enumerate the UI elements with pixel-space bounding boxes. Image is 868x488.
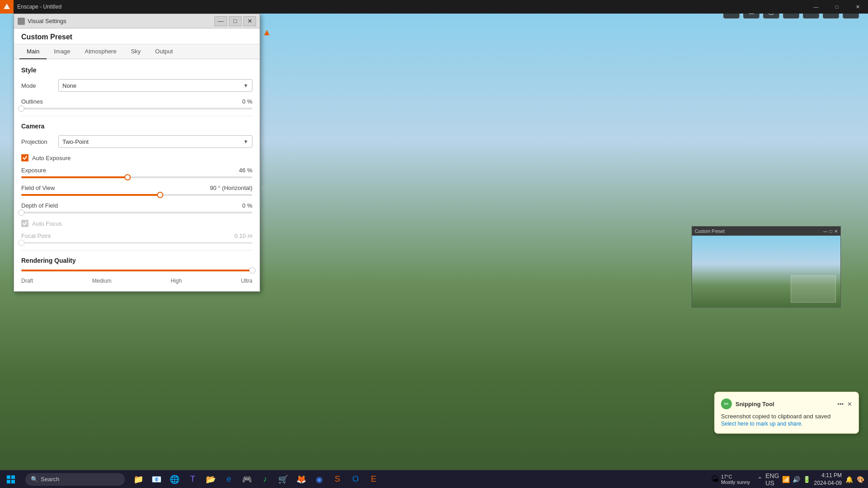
fov-value: 90 ° (Horizontal) [210,185,252,191]
tab-atmosphere[interactable]: Atmosphere [77,44,123,59]
start-button[interactable] [0,470,22,488]
panel-minimize[interactable]: — [214,16,227,26]
taskbar-app-chrome[interactable]: ◉ [311,471,327,488]
taskbar-app-sketchup[interactable]: S [329,471,346,488]
taskbar-app-store[interactable]: 🛒 [275,471,291,488]
battery-icon[interactable]: 🔋 [803,476,811,483]
projection-label: Projection [21,138,53,145]
tray-expand[interactable]: ⌃ [757,476,763,483]
mode-field: Mode None ▼ [21,79,252,92]
quality-medium: Medium [92,278,112,284]
auto-focus-label: Auto Focus [32,220,62,227]
search-label: Search [41,476,59,483]
outlines-label: Outlines [21,98,225,105]
style-section: Style Mode None ▼ Outlines 0 % [21,66,252,109]
svg-rect-0 [7,475,10,479]
mini-preview-title: Custom Preset [695,229,725,234]
weather-info: 17°C Mostly sunny [721,474,750,485]
maximize-button[interactable]: □ [826,0,847,14]
taskbar-app-teams[interactable]: T [185,471,201,488]
auto-exposure-checkbox[interactable] [21,154,28,161]
taskbar-app-firefox[interactable]: 🦊 [293,471,309,488]
tab-image[interactable]: Image [47,44,77,59]
window-title: Enscape - Untitled [14,4,62,10]
mini-minimize[interactable]: — [823,229,828,234]
exposure-slider[interactable] [21,176,252,178]
volume-icon[interactable]: 🔊 [792,476,800,483]
mini-preview-window[interactable]: Custom Preset — □ ✕ [692,226,841,308]
close-button[interactable]: ✕ [847,0,868,14]
notification-icon[interactable]: 🔔 [845,476,853,483]
projection-field: Projection Two-Point ▼ [21,135,252,148]
lang-icon: ENGUS [765,472,779,487]
quality-title: Rendering Quality [21,257,252,264]
notif-message: Screenshot copied to clipboard and saved [721,413,852,420]
time-display[interactable]: 4:11 PM 2024-04-09 [814,472,842,487]
mini-close[interactable]: ✕ [834,229,838,234]
quality-labels: Draft Medium High Ultra [21,278,252,284]
auto-focus-row: Auto Focus [21,220,252,227]
taskbar-app-outlook[interactable]: O [347,471,364,488]
panel-maximize[interactable]: □ [229,16,242,26]
panel-content: Custom Preset Main Image Atmosphere Sky … [14,28,260,291]
tab-sky[interactable]: Sky [123,44,148,59]
taskbar: 🔍 Search 📁 📧 🌐 T 📂 e 🎮 ♪ 🛒 🦊 ◉ S O E 🌤 1… [0,470,868,488]
quality-ultra: Ultra [241,278,252,284]
snipping-notification: ✂ Snipping Tool ••• ✕ Screenshot copied … [714,392,859,434]
svg-rect-2 [7,480,10,483]
projection-value: Two-Point [62,138,89,145]
preset-label: Custom Preset [14,28,260,44]
dof-value: 0 % [225,202,252,209]
collapse-arrow[interactable]: ▲ [262,27,271,38]
taskbar-app-edge[interactable]: e [221,471,237,488]
taskbar-app-spotify[interactable]: ♪ [257,471,273,488]
quality-slider[interactable] [21,270,252,271]
notif-controls: ••• ✕ [837,401,852,407]
title-bar: Enscape - Untitled — □ ✕ [0,0,868,14]
dof-field-row: Depth of Field 0 % [21,202,252,209]
weather-icon: 🌤 [711,474,719,484]
taskbar-app-game[interactable]: 🎮 [239,471,255,488]
mode-dropdown[interactable]: None ▼ [58,79,252,92]
tab-output[interactable]: Output [148,44,180,59]
app-icon [0,0,14,14]
date: 2024-04-09 [814,479,842,487]
time: 4:11 PM [814,472,842,479]
tab-main[interactable]: Main [19,44,47,59]
window-controls: — □ ✕ [806,0,868,14]
notif-menu[interactable]: ••• [837,401,844,407]
taskbar-right: 🌤 17°C Mostly sunny ⌃ ENGUS 📶 🔊 🔋 4:11 P… [707,472,868,487]
panel-controls: — □ ✕ [214,16,256,26]
notif-subtext[interactable]: Select here to mark up and share. [721,421,852,427]
taskbar-app-browser[interactable]: 🌐 [166,471,183,488]
taskbar-app-enscape[interactable]: E [365,471,382,488]
mode-label: Mode [21,82,53,89]
taskbar-apps: 📁 📧 🌐 T 📂 e 🎮 ♪ 🛒 🦊 ◉ S O E [130,471,382,488]
color-icon[interactable]: 🎨 [857,476,864,483]
quality-section: Rendering Quality Draft Medium High Ultr… [21,257,252,284]
weather-display[interactable]: 🌤 17°C Mostly sunny [707,473,754,486]
style-title: Style [21,66,252,74]
projection-dropdown[interactable]: Two-Point ▼ [58,135,252,148]
divider-2 [21,250,252,251]
wifi-icon[interactable]: 📶 [782,476,790,483]
taskbar-app-files[interactable]: 📁 [130,471,147,488]
panel-icon [18,18,25,25]
mini-maximize[interactable]: □ [830,229,832,234]
panel-toggle[interactable]: ‹ [261,183,265,193]
notif-close[interactable]: ✕ [847,401,852,407]
taskbar-app-mail[interactable]: 📧 [148,471,165,488]
divider-1 [21,116,252,116]
panel-close[interactable]: ✕ [243,16,256,26]
focal-slider[interactable] [21,242,252,244]
minimize-button[interactable]: — [806,0,826,14]
taskbar-app-explorer[interactable]: 📂 [203,471,219,488]
fov-slider[interactable] [21,194,252,196]
auto-focus-checkbox[interactable] [21,220,28,227]
panel-title: Visual Settings [28,18,66,24]
outlines-slider[interactable] [21,108,252,109]
outlines-value: 0 % [225,98,252,105]
taskbar-search[interactable]: 🔍 Search [25,473,125,486]
dof-slider[interactable] [21,212,252,213]
exposure-label: Exposure [21,167,225,174]
